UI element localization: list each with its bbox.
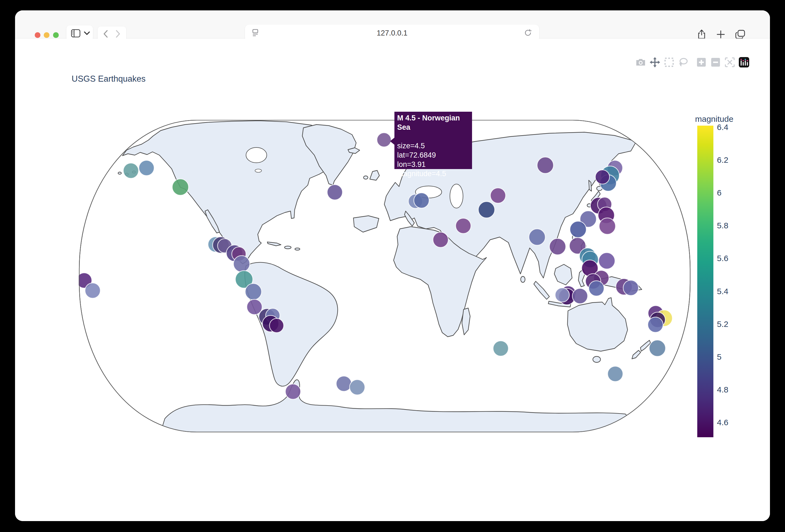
earthquake-point[interactable] <box>595 170 609 184</box>
earthquake-point[interactable] <box>599 218 615 234</box>
earthquake-point[interactable] <box>270 318 284 332</box>
sidebar-icon[interactable] <box>70 28 81 38</box>
colorbar-tick-label: 5.4 <box>717 287 728 296</box>
colorbar-tick-label: 6.4 <box>717 123 728 132</box>
colorbar-tick-label: 5.2 <box>717 320 728 329</box>
tooltip-line: lat=72.6849 <box>397 151 469 160</box>
caspian-sea <box>450 184 463 208</box>
geo-map[interactable] <box>79 119 691 433</box>
earthquake-point[interactable] <box>555 288 569 302</box>
earthquake-point[interactable] <box>414 193 429 208</box>
url-text: 127.0.0.1 <box>377 29 408 37</box>
zoom-window-button[interactable] <box>53 32 59 38</box>
earthquake-point[interactable] <box>599 252 615 269</box>
lasso-select-icon[interactable] <box>678 57 688 68</box>
zoom-out-icon[interactable] <box>710 57 721 68</box>
plotly-logo-icon[interactable] <box>739 57 749 68</box>
safari-window: 127.0.0.1 USGS Earthquakes <box>15 10 770 521</box>
earthquake-point-hovered[interactable] <box>377 133 391 147</box>
colorbar-title: magnitude <box>695 114 733 124</box>
tooltip-title: M 4.5 - Norwegian Sea <box>397 113 469 132</box>
tooltip-lines: size=4.5lat=72.6849lon=3.91magnitude=4.5 <box>397 141 469 178</box>
tab-overview-icon[interactable] <box>734 29 746 40</box>
colorbar-tick-label: 4.6 <box>717 418 728 427</box>
earthquake-point[interactable] <box>529 229 545 245</box>
earthquake-point[interactable] <box>172 179 188 195</box>
zoom-in-icon[interactable] <box>696 57 707 68</box>
colorbar-tick-label: 4.8 <box>717 385 728 394</box>
new-tab-icon[interactable] <box>715 29 726 40</box>
earthquake-point[interactable] <box>123 163 138 178</box>
earthquake-point[interactable] <box>233 256 250 272</box>
forward-icon[interactable] <box>113 29 123 39</box>
close-window-button[interactable] <box>35 32 41 38</box>
earthquake-point[interactable] <box>493 341 508 356</box>
earthquake-point[interactable] <box>139 160 154 176</box>
colorbar-gradient <box>697 126 713 437</box>
earthquake-point[interactable] <box>623 280 638 295</box>
earthquake-point[interactable] <box>456 218 471 234</box>
back-icon[interactable] <box>101 29 110 39</box>
hover-tooltip: M 4.5 - Norwegian Sea size=4.5lat=72.684… <box>395 112 472 169</box>
chevron-down-icon[interactable] <box>83 29 91 37</box>
earthquake-point[interactable] <box>327 185 343 200</box>
plotly-modebar <box>635 56 749 68</box>
colorbar-tick-label: 5.6 <box>717 254 728 263</box>
box-select-icon[interactable] <box>664 57 674 68</box>
earthquake-point[interactable] <box>336 376 352 391</box>
colorbar-tick-label: 6 <box>717 188 721 197</box>
earthquake-point[interactable] <box>85 283 100 298</box>
earthquake-point[interactable] <box>549 238 566 255</box>
autoscale-icon[interactable] <box>725 57 735 68</box>
earthquake-point[interactable] <box>649 340 665 356</box>
camera-icon[interactable] <box>635 57 646 68</box>
colorbar-tick-label: 6.2 <box>717 155 728 165</box>
desktop-background: 127.0.0.1 USGS Earthquakes <box>0 0 785 532</box>
earthquake-point[interactable] <box>608 366 623 381</box>
earthquake-point[interactable] <box>537 157 554 174</box>
colorbar-tick-label: 5.8 <box>717 221 728 230</box>
browser-toolbar: 127.0.0.1 <box>15 10 770 38</box>
earthquake-point[interactable] <box>589 281 604 296</box>
minimize-window-button[interactable] <box>44 32 49 38</box>
tooltip-line: magnitude=4.5 <box>397 169 469 178</box>
plot-title: USGS Earthquakes <box>72 74 146 84</box>
tooltip-line: lon=3.91 <box>397 160 469 169</box>
earthquake-point[interactable] <box>648 317 663 332</box>
earthquake-point[interactable] <box>350 380 365 395</box>
tooltip-line: size=4.5 <box>397 141 469 151</box>
hudson-bay <box>246 148 267 163</box>
earthquake-point[interactable] <box>490 188 506 203</box>
share-icon[interactable] <box>696 29 707 40</box>
tooltip-arrow <box>390 138 395 145</box>
land-tasmania <box>593 356 601 363</box>
reader-icon[interactable] <box>251 29 259 38</box>
colorbar-tick-label: 5 <box>717 352 721 362</box>
earthquake-point[interactable] <box>572 288 588 304</box>
earthquake-point[interactable] <box>570 221 586 238</box>
web-page: USGS Earthquakes <box>15 38 770 521</box>
earthquake-point[interactable] <box>433 232 448 247</box>
earthquake-point[interactable] <box>478 202 495 218</box>
earthquake-point[interactable] <box>285 384 301 399</box>
reload-icon[interactable] <box>524 29 532 38</box>
pan-icon[interactable] <box>650 57 660 68</box>
earthquake-point[interactable] <box>245 284 261 300</box>
